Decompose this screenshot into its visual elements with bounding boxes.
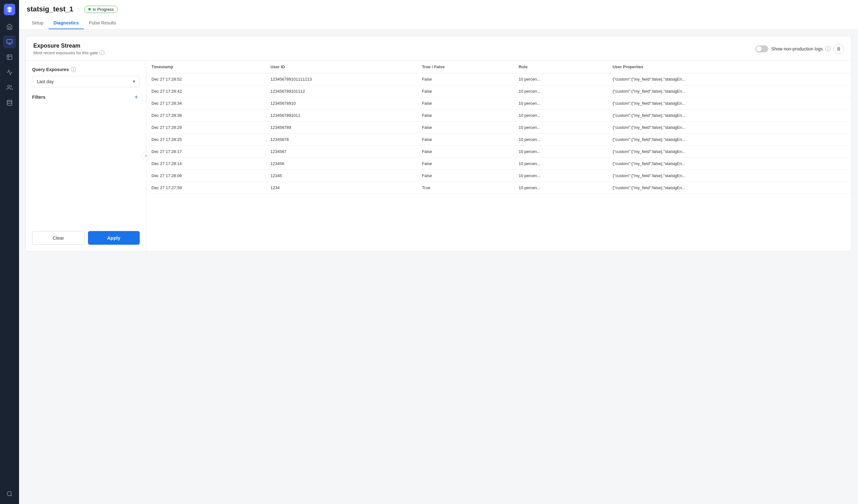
- svg-rect-0: [7, 40, 12, 44]
- collapse-panel-button[interactable]: [142, 151, 150, 160]
- table-panel: Timestamp User ID True / False Rule User…: [146, 61, 851, 251]
- card-title: Exposure Stream: [33, 43, 105, 49]
- toggle-label: Show non-production logs i: [771, 46, 830, 51]
- header-top: statsig_test_1 ☆ In Progress: [27, 5, 851, 13]
- card-header-left: Exposure Stream Most recent exposures fo…: [33, 43, 105, 55]
- cell-user-id: 123456789101111213: [266, 73, 417, 85]
- sidebar-item-metrics[interactable]: [3, 66, 16, 79]
- left-panel: Query Exposures i Last day Last hour Las…: [26, 61, 146, 251]
- cell-true-false: False: [417, 121, 514, 134]
- app-logo: [4, 4, 15, 15]
- cell-true-false: True: [417, 182, 514, 194]
- query-select[interactable]: Last day Last hour Last week: [32, 76, 140, 87]
- tab-diagnostics[interactable]: Diagnostics: [49, 17, 84, 29]
- tab-pulse-results[interactable]: Pulse Results: [84, 17, 121, 29]
- cell-user-id: 123456789: [266, 121, 417, 134]
- query-select-wrapper: Last day Last hour Last week ▼: [32, 76, 140, 87]
- col-rule: Rule: [513, 61, 607, 73]
- sidebar-bottom: [3, 488, 16, 500]
- cell-properties: {"custom":{"my_field":false},"statsigEn.…: [607, 73, 851, 85]
- clear-button[interactable]: Clear: [32, 231, 85, 245]
- cell-properties: {"custom":{"my_field":false},"statsigEn.…: [607, 170, 851, 182]
- toggle-info-icon[interactable]: i: [825, 46, 830, 51]
- table-row: Dec 27 17:28:06 12345 False 10 percen...…: [146, 170, 851, 182]
- svg-point-5: [7, 492, 12, 496]
- sidebar-item-experiments[interactable]: [3, 51, 16, 64]
- cell-timestamp: Dec 27 17:28:17: [146, 146, 266, 158]
- card-subtitle: Most recent exposures for this gate i: [33, 50, 105, 55]
- cell-timestamp: Dec 27 17:28:52: [146, 73, 266, 85]
- card-body: Query Exposures i Last day Last hour Las…: [26, 61, 851, 251]
- cell-properties: {"custom":{"my_field":false},"statsigEn.…: [607, 85, 851, 97]
- query-section: Query Exposures i Last day Last hour Las…: [32, 67, 140, 87]
- subtitle-info-icon[interactable]: i: [99, 50, 105, 55]
- cell-rule: 10 percen...: [513, 182, 607, 194]
- card-header: Exposure Stream Most recent exposures fo…: [26, 36, 851, 61]
- star-icon[interactable]: ☆: [77, 6, 81, 12]
- cell-timestamp: Dec 27 17:28:42: [146, 85, 266, 97]
- filters-label: Filters +: [32, 94, 140, 101]
- cell-rule: 10 percen...: [513, 85, 607, 97]
- query-label: Query Exposures i: [32, 67, 140, 72]
- cell-true-false: False: [417, 170, 514, 182]
- cell-properties: {"custom":{"my_field":false},"statsigEn.…: [607, 97, 851, 110]
- cell-properties: {"custom":{"my_field":false},"statsigEn.…: [607, 121, 851, 134]
- pause-button[interactable]: [833, 44, 844, 54]
- cell-rule: 10 percen...: [513, 146, 607, 158]
- cell-rule: 10 percen...: [513, 170, 607, 182]
- sidebar-item-database[interactable]: [3, 97, 16, 109]
- card-header-right: Show non-production logs i: [756, 44, 844, 54]
- cell-timestamp: Dec 27 17:28:14: [146, 158, 266, 170]
- page-title: statsig_test_1: [27, 5, 73, 13]
- cell-properties: {"custom":{"my_field":false},"statsigEn.…: [607, 182, 851, 194]
- page-header: statsig_test_1 ☆ In Progress Setup Diagn…: [19, 0, 858, 30]
- cell-timestamp: Dec 27 17:28:38: [146, 110, 266, 121]
- sidebar-item-home[interactable]: [3, 20, 16, 33]
- sidebar: [0, 0, 19, 504]
- table-header-row: Timestamp User ID True / False Rule User…: [146, 61, 851, 73]
- cell-user-id: 12345678910: [266, 97, 417, 110]
- table-row: Dec 27 17:28:25 12345678 False 10 percen…: [146, 134, 851, 146]
- status-label: In Progress: [93, 7, 114, 12]
- sidebar-item-users[interactable]: [3, 81, 16, 94]
- tab-bar: Setup Diagnostics Pulse Results: [27, 17, 851, 29]
- cell-true-false: False: [417, 73, 514, 85]
- cell-timestamp: Dec 27 17:28:25: [146, 134, 266, 146]
- left-panel-footer: Clear Apply: [32, 226, 140, 245]
- exposure-stream-card: Exposure Stream Most recent exposures fo…: [26, 36, 852, 251]
- cell-user-id: 1234567891011: [266, 110, 417, 121]
- cell-user-id: 12345678: [266, 134, 417, 146]
- filters-section: Filters +: [32, 94, 140, 101]
- query-info-icon[interactable]: i: [71, 67, 76, 72]
- cell-timestamp: Dec 27 17:27:59: [146, 182, 266, 194]
- cell-rule: 10 percen...: [513, 121, 607, 134]
- table-row: Dec 27 17:27:59 1234 True 10 percen... {…: [146, 182, 851, 194]
- cell-true-false: False: [417, 97, 514, 110]
- table-row: Dec 27 17:28:29 123456789 False 10 perce…: [146, 121, 851, 134]
- cell-timestamp: Dec 27 17:28:34: [146, 97, 266, 110]
- svg-rect-7: [838, 47, 838, 50]
- cell-true-false: False: [417, 146, 514, 158]
- cell-user-id: 1234567: [266, 146, 417, 158]
- cell-timestamp: Dec 27 17:28:06: [146, 170, 266, 182]
- content-area: Exposure Stream Most recent exposures fo…: [19, 30, 858, 504]
- main-content: statsig_test_1 ☆ In Progress Setup Diagn…: [19, 0, 858, 504]
- cell-properties: {"custom":{"my_field":false},"statsigEn.…: [607, 158, 851, 170]
- apply-button[interactable]: Apply: [88, 231, 140, 245]
- table-row: Dec 27 17:28:34 12345678910 False 10 per…: [146, 97, 851, 110]
- cell-user-id: 123456789101112: [266, 85, 417, 97]
- sidebar-item-gates[interactable]: [3, 35, 16, 48]
- col-true-false: True / False: [417, 61, 514, 73]
- cell-user-id: 1234: [266, 182, 417, 194]
- col-user-properties: User Properties: [607, 61, 851, 73]
- tab-setup[interactable]: Setup: [27, 17, 49, 29]
- status-dot: [88, 8, 91, 11]
- cell-true-false: False: [417, 85, 514, 97]
- non-production-toggle[interactable]: [756, 45, 768, 52]
- cell-properties: {"custom":{"my_field":false},"statsigEn.…: [607, 134, 851, 146]
- cell-properties: {"custom":{"my_field":false},"statsigEn.…: [607, 146, 851, 158]
- add-filter-button[interactable]: +: [133, 94, 140, 101]
- col-timestamp: Timestamp: [146, 61, 266, 73]
- sidebar-item-search[interactable]: [3, 488, 16, 500]
- svg-point-4: [7, 100, 12, 102]
